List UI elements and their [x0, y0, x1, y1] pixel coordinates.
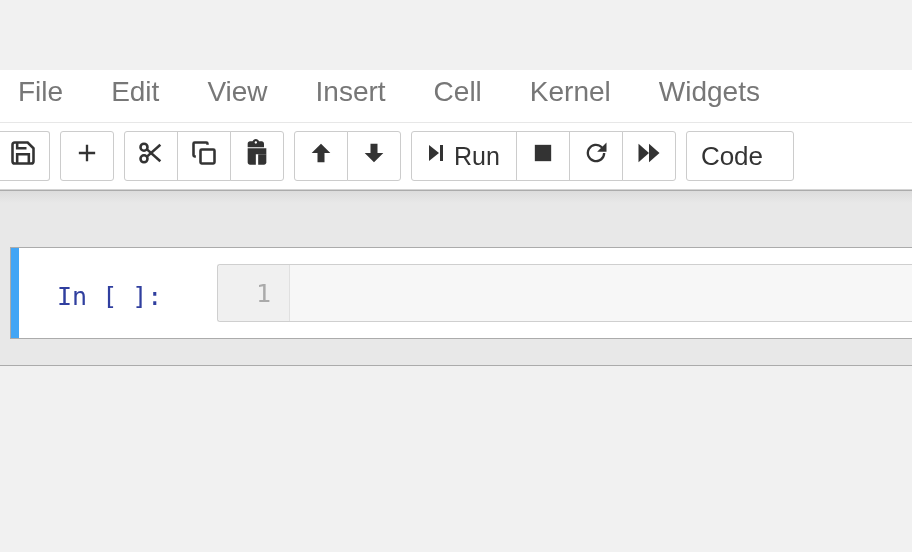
- menu-cell[interactable]: Cell: [434, 70, 482, 114]
- save-button[interactable]: [0, 131, 50, 181]
- cell-type-select[interactable]: Code: [686, 131, 794, 181]
- line-number: 1: [256, 279, 271, 308]
- scissors-icon: [137, 139, 165, 173]
- stop-icon: [529, 139, 557, 173]
- menu-file[interactable]: File: [18, 70, 63, 114]
- save-icon: [9, 139, 37, 173]
- prompt-area: In [ ]:: [11, 264, 217, 322]
- copy-button[interactable]: [177, 131, 231, 181]
- code-editor[interactable]: [290, 265, 912, 321]
- line-number-gutter: 1: [218, 265, 290, 321]
- cut-button[interactable]: [124, 131, 178, 181]
- restart-run-all-button[interactable]: [622, 131, 676, 181]
- notebook-area: In [ ]: 1: [0, 190, 912, 366]
- run-button[interactable]: Run: [411, 131, 517, 181]
- menu-widgets[interactable]: Widgets: [659, 70, 760, 114]
- insert-cell-below-button[interactable]: [60, 131, 114, 181]
- fast-forward-icon: [635, 139, 663, 173]
- cell-selection-indicator: [11, 248, 19, 338]
- paste-icon: [243, 139, 271, 173]
- svg-rect-5: [440, 145, 443, 161]
- plus-icon: [73, 139, 101, 173]
- menu-insert[interactable]: Insert: [316, 70, 386, 114]
- cell-type-value: Code: [701, 141, 763, 172]
- menu-view[interactable]: View: [207, 70, 267, 114]
- step-forward-icon: [424, 141, 448, 171]
- code-input-area[interactable]: 1: [217, 264, 912, 322]
- refresh-icon: [582, 139, 610, 173]
- notebook-shadow: [0, 191, 912, 203]
- move-cell-up-button[interactable]: [294, 131, 348, 181]
- move-cell-down-button[interactable]: [347, 131, 401, 181]
- restart-kernel-button[interactable]: [569, 131, 623, 181]
- toolbar: Run Code: [0, 123, 912, 190]
- copy-icon: [190, 139, 218, 173]
- arrow-down-icon: [360, 139, 388, 173]
- input-prompt: In [ ]:: [57, 282, 162, 311]
- interrupt-button[interactable]: [516, 131, 570, 181]
- menubar: File Edit View Insert Cell Kernel Widget…: [0, 70, 912, 123]
- code-cell[interactable]: In [ ]: 1: [10, 247, 912, 339]
- svg-rect-4: [201, 150, 215, 164]
- svg-rect-6: [535, 145, 551, 161]
- paste-button[interactable]: [230, 131, 284, 181]
- menu-kernel[interactable]: Kernel: [530, 70, 611, 114]
- arrow-up-icon: [307, 139, 335, 173]
- run-button-label: Run: [454, 142, 500, 171]
- menu-edit[interactable]: Edit: [111, 70, 159, 114]
- top-spacer: [0, 0, 912, 70]
